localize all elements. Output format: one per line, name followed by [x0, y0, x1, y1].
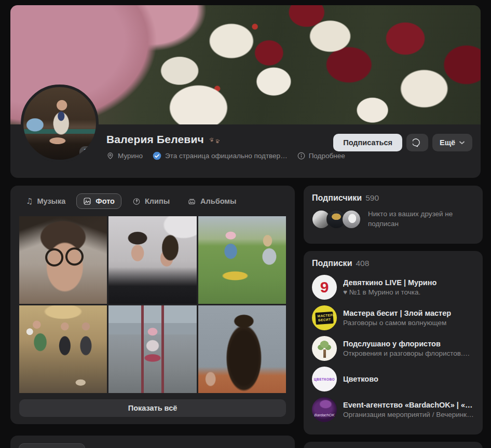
message-button[interactable]: [406, 134, 428, 151]
follower-avatars: [312, 209, 361, 229]
avatar-text: BardachOK: [315, 413, 335, 422]
subscription-text: Подслушано у флористов Откровения и разг…: [343, 340, 474, 357]
posts-filter-tab[interactable]: [19, 443, 85, 448]
verified-label: Эта страница официально подтвер…: [165, 152, 288, 160]
photo-thumbnail[interactable]: [108, 305, 196, 393]
community-desc: Разговоры о самом волнующем: [343, 319, 451, 327]
content-tabs: ♫ Музыка Фото: [19, 193, 286, 209]
chevron-down-icon: [459, 141, 465, 145]
community-name[interactable]: Мастера бесит | Злой мастер: [343, 309, 451, 317]
photo-thumbnail[interactable]: [19, 305, 107, 393]
photo-thumbnail[interactable]: [19, 216, 107, 304]
subscriptions-list: 9 Девяткино LIVE | Мурино ♥ №1 в Мурино …: [312, 275, 474, 422]
vk-profile-page: 1 ч Валерия Белевич: [0, 0, 491, 448]
photo-grid: [19, 216, 286, 393]
info-icon: [297, 152, 305, 160]
followers-header[interactable]: Подписчики 590: [312, 193, 474, 203]
tab-photo-label: Фото: [96, 197, 115, 205]
community-desc: Организация мероприятий / Вечеринк…: [343, 411, 474, 418]
clips-icon: [132, 197, 141, 205]
community-name[interactable]: Подслушано у флористов: [343, 340, 474, 348]
subscribe-button[interactable]: Подписаться: [333, 134, 402, 151]
tab-photo[interactable]: Фото: [76, 193, 121, 209]
paw-prints-icon: [209, 136, 221, 145]
location-link[interactable]: Мурино: [106, 152, 143, 160]
tab-albums-label: Альбомы: [200, 197, 236, 205]
tab-albums[interactable]: Альбомы: [181, 193, 243, 209]
followers-title: Подписчики: [312, 193, 362, 203]
photo-icon: [83, 197, 91, 205]
followers-body: Никто из ваших друзей не подписан: [312, 209, 474, 229]
community-name[interactable]: Цветково: [343, 375, 378, 383]
followers-empty-text: Никто из ваших друзей не подписан: [368, 209, 474, 229]
subscription-item[interactable]: 9 Девяткино LIVE | Мурино ♥ №1 в Мурино …: [312, 275, 474, 300]
community-avatar: МАСТЕРА БЕСИТ: [312, 305, 337, 330]
tab-clips[interactable]: Клипы: [126, 193, 176, 209]
subscription-item[interactable]: ЦВЕТКОВО Цветково: [312, 367, 474, 391]
followers-card: Подписчики 590 Никто из ваших друзей не …: [304, 186, 483, 244]
name-block: Валерия Белевич: [106, 133, 333, 160]
subscription-text: Event-агентство «BardachOK» | «Гидров… О…: [343, 401, 474, 418]
profile-card: 1 ч Валерия Белевич: [10, 5, 481, 178]
music-icon: ♫: [26, 198, 33, 205]
subscriptions-count: 408: [356, 259, 369, 268]
posts-section-card: [10, 436, 295, 448]
sidebar-next-card: [304, 442, 483, 448]
verified-link[interactable]: Эта страница официально подтвер…: [153, 151, 288, 160]
more-button[interactable]: Ещё: [432, 134, 472, 151]
avatar-text: МАСТЕРА БЕСИТ: [315, 311, 334, 324]
more-label: Ещё: [440, 138, 455, 147]
subscription-item[interactable]: Подслушано у флористов Откровения и разг…: [312, 336, 474, 361]
photo-thumbnail[interactable]: [108, 216, 196, 304]
page-title: Валерия Белевич: [106, 133, 204, 146]
photo-thumbnail[interactable]: [198, 216, 286, 304]
show-all-photos-button[interactable]: Показать всё: [19, 399, 286, 417]
subscription-text: Мастера бесит | Злой мастер Разговоры о …: [343, 309, 451, 327]
tab-music-label: Музыка: [37, 197, 65, 205]
avatar-text: 9: [320, 279, 329, 295]
community-desc: ♥ №1 в Мурино и точка.: [343, 288, 437, 296]
profile-header: 1 ч Валерия Белевич: [10, 124, 481, 178]
followers-count: 590: [365, 193, 379, 203]
subscriptions-title: Подписки: [312, 259, 352, 268]
community-name[interactable]: Event-агентство «BardachOK» | «Гидров…: [343, 401, 474, 409]
subscriptions-header[interactable]: Подписки 408: [312, 259, 474, 268]
message-bubble-icon: [413, 138, 422, 148]
community-avatar: ЦВЕТКОВО: [312, 367, 337, 391]
details-label: Подробнее: [309, 152, 345, 160]
avatar-text: ЦВЕТКОВО: [314, 377, 335, 381]
subscription-text: Цветково: [343, 375, 378, 383]
follower-avatar[interactable]: [342, 209, 361, 229]
profile-actions: Подписаться Ещё: [333, 133, 472, 151]
tree-icon: [316, 339, 333, 358]
community-desc: Откровения и разговоры флористов.И…: [343, 349, 474, 357]
community-avatar: [312, 336, 337, 361]
location-label: Мурино: [118, 152, 143, 160]
verified-badge-icon: [153, 151, 161, 160]
community-name[interactable]: Девяткино LIVE | Мурино: [343, 278, 437, 287]
subscriptions-card: Подписки 408 9 Девяткино LIVE | Мурино ♥…: [304, 251, 483, 435]
community-avatar: 9: [312, 275, 337, 300]
details-link[interactable]: Подробнее: [297, 152, 345, 160]
photos-section-card: ♫ Музыка Фото: [10, 186, 295, 424]
tab-clips-label: Клипы: [145, 197, 170, 205]
community-avatar: BardachOK: [312, 397, 337, 422]
avatar[interactable]: 1 ч: [21, 85, 99, 162]
albums-icon: [187, 197, 196, 205]
subscription-item[interactable]: МАСТЕРА БЕСИТ Мастера бесит | Злой масте…: [312, 305, 474, 330]
location-pin-icon: [106, 152, 114, 160]
subscription-item[interactable]: BardachOK Event-агентство «BardachOK» | …: [312, 397, 474, 422]
tab-music[interactable]: ♫ Музыка: [19, 193, 72, 209]
profile-info-row: Мурино Эта страница официально подтвер…: [106, 151, 333, 160]
photo-thumbnail[interactable]: [198, 305, 286, 393]
subscription-text: Девяткино LIVE | Мурино ♥ №1 в Мурино и …: [343, 278, 437, 296]
